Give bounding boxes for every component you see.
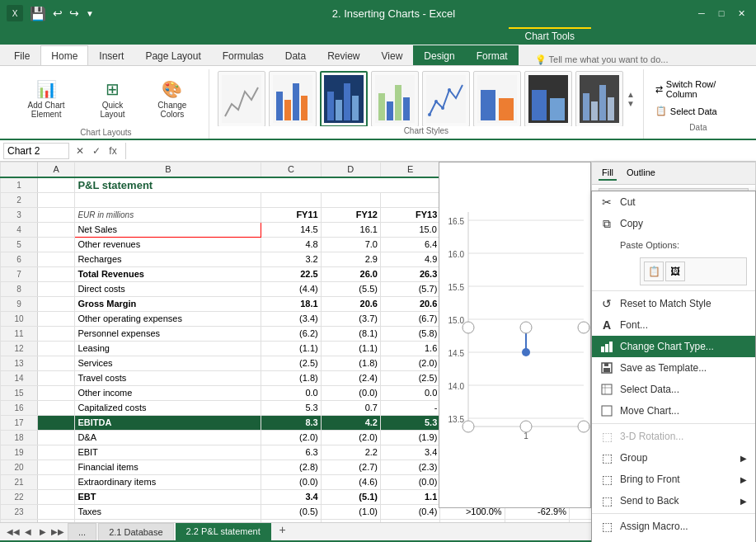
chart-style-2[interactable] bbox=[269, 71, 317, 126]
col-header-E[interactable]: E bbox=[380, 163, 439, 177]
redo-btn[interactable]: ↪ bbox=[69, 7, 79, 20]
sheet-nav-last[interactable]: ▶▶ bbox=[51, 526, 64, 539]
cell-C9[interactable]: 18.1 bbox=[261, 296, 321, 311]
cell-C14[interactable]: (1.8) bbox=[261, 370, 321, 385]
cell-E11[interactable]: (5.8) bbox=[380, 326, 439, 341]
cell-B5[interactable]: Other revenues bbox=[75, 237, 261, 252]
cell-C10[interactable]: (3.4) bbox=[261, 311, 321, 326]
maximize-btn[interactable]: □ bbox=[713, 5, 730, 21]
chart-style-1[interactable] bbox=[218, 71, 265, 126]
cell-E14[interactable]: (2.5) bbox=[380, 370, 439, 385]
cell-C19[interactable]: 6.3 bbox=[261, 445, 321, 460]
cell-D5[interactable]: 7.0 bbox=[321, 237, 380, 252]
format-tab-fill[interactable]: Fill bbox=[599, 166, 617, 181]
cell-A9[interactable] bbox=[38, 296, 75, 311]
format-tab-outline[interactable]: Outline bbox=[623, 166, 659, 181]
cell-C12[interactable]: (1.1) bbox=[261, 341, 321, 356]
cell-C11[interactable]: (6.2) bbox=[261, 326, 321, 341]
customize-btn[interactable]: ▼ bbox=[86, 9, 94, 18]
cell-C3[interactable]: FY11 bbox=[261, 207, 321, 222]
sheet-tab-database[interactable]: 2.1 Database bbox=[98, 523, 173, 540]
close-btn[interactable]: ✕ bbox=[733, 5, 749, 21]
tab-format[interactable]: Format bbox=[466, 45, 519, 65]
cell-C23[interactable]: (0.5) bbox=[261, 504, 321, 519]
cell-E21[interactable]: (0.0) bbox=[380, 474, 439, 489]
cell-D19[interactable]: 2.2 bbox=[321, 445, 380, 460]
formula-confirm-btn[interactable]: ✓ bbox=[89, 144, 104, 158]
cell-C7[interactable]: 22.5 bbox=[261, 266, 321, 281]
cell-A16[interactable] bbox=[38, 400, 75, 415]
cell-D6[interactable]: 2.9 bbox=[321, 252, 380, 266]
cell-C17[interactable]: 8.3 bbox=[261, 415, 321, 430]
cell-A14[interactable] bbox=[38, 370, 75, 385]
chart-style-6[interactable] bbox=[473, 71, 521, 126]
cell-B2[interactable] bbox=[75, 192, 261, 207]
cell-D2[interactable] bbox=[321, 192, 380, 207]
cell-E5[interactable]: 6.4 bbox=[380, 237, 439, 252]
cell-D16[interactable]: 0.7 bbox=[321, 400, 380, 415]
cell-D7[interactable]: 26.0 bbox=[321, 266, 380, 281]
cell-A12[interactable] bbox=[38, 341, 75, 356]
cell-B18[interactable]: D&A bbox=[75, 430, 261, 445]
cell-E7[interactable]: 26.3 bbox=[380, 266, 439, 281]
quick-save[interactable]: 💾 bbox=[30, 6, 46, 21]
formula-fx-btn[interactable]: fx bbox=[106, 144, 120, 158]
cell-E12[interactable]: 1.6 bbox=[380, 341, 439, 356]
cell-D8[interactable]: (5.5) bbox=[321, 281, 380, 296]
chart-styles-scroll[interactable]: ▲ ▼ bbox=[627, 90, 635, 108]
chart-style-5[interactable] bbox=[422, 71, 470, 126]
cell-D9[interactable]: 20.6 bbox=[321, 296, 380, 311]
cell-C4[interactable]: 14.5 bbox=[261, 222, 321, 237]
cell-D22[interactable]: (5.1) bbox=[321, 489, 380, 504]
tab-design[interactable]: Design bbox=[413, 45, 465, 65]
cell-C8[interactable]: (4.4) bbox=[261, 281, 321, 296]
cell-A21[interactable] bbox=[38, 474, 75, 489]
cell-D20[interactable]: (2.7) bbox=[321, 460, 380, 474]
cell-E8[interactable]: (5.7) bbox=[380, 281, 439, 296]
cell-A11[interactable] bbox=[38, 326, 75, 341]
paste-option-1[interactable]: 📋 bbox=[644, 262, 664, 281]
cell-B7[interactable]: Total Revenues bbox=[75, 266, 261, 281]
cell-A24[interactable] bbox=[38, 519, 75, 522]
cell-E4[interactable]: 15.0 bbox=[380, 222, 439, 237]
cell-E20[interactable]: (2.3) bbox=[380, 460, 439, 474]
cell-A22[interactable] bbox=[38, 489, 75, 504]
cell-D14[interactable]: (2.4) bbox=[321, 370, 380, 385]
context-menu-copy[interactable]: ⧉ Copy bbox=[592, 213, 755, 234]
cell-E13[interactable]: (2.0) bbox=[380, 356, 439, 370]
cell-C22[interactable]: 3.4 bbox=[261, 489, 321, 504]
cell-A7[interactable] bbox=[38, 266, 75, 281]
cell-A10[interactable] bbox=[38, 311, 75, 326]
cell-C21[interactable]: (0.0) bbox=[261, 474, 321, 489]
tab-home[interactable]: Home bbox=[40, 45, 88, 65]
cell-B6[interactable]: Recharges bbox=[75, 252, 261, 266]
tab-page-layout[interactable]: Page Layout bbox=[134, 45, 211, 65]
cell-A18[interactable] bbox=[38, 430, 75, 445]
cell-G24[interactable]: <-100.0% bbox=[505, 519, 569, 522]
chart-style-8[interactable] bbox=[575, 71, 623, 126]
context-menu-group[interactable]: ⬚ Group ▶ bbox=[592, 447, 755, 469]
sheet-nav-first[interactable]: ◀◀ bbox=[7, 526, 20, 539]
cell-B9[interactable]: Gross Margin bbox=[75, 296, 261, 311]
cell-E3[interactable]: FY13 bbox=[380, 207, 439, 222]
cell-C18[interactable]: (2.0) bbox=[261, 430, 321, 445]
cell-D15[interactable]: (0.0) bbox=[321, 385, 380, 400]
cell-B13[interactable]: Services bbox=[75, 356, 261, 370]
cell-D12[interactable]: (1.1) bbox=[321, 341, 380, 356]
cell-B24[interactable]: Net Income bbox=[75, 519, 261, 522]
cell-B23[interactable]: Taxes bbox=[75, 504, 261, 519]
cell-D4[interactable]: 16.1 bbox=[321, 222, 380, 237]
cell-B3[interactable]: EUR in millions bbox=[75, 207, 261, 222]
add-sheet-btn[interactable]: + bbox=[276, 523, 289, 536]
cell-A5[interactable] bbox=[38, 237, 75, 252]
add-chart-element-btn[interactable]: 📊 Add Chart Element bbox=[10, 76, 82, 122]
cell-A13[interactable] bbox=[38, 356, 75, 370]
chart-style-7[interactable] bbox=[524, 71, 572, 126]
cell-E2[interactable] bbox=[380, 192, 439, 207]
sheet-tab-pl-statement[interactable]: 2.2 P&L statement bbox=[176, 523, 271, 540]
context-menu-move-chart[interactable]: Move Chart... bbox=[592, 400, 755, 422]
context-menu-font[interactable]: A Font... bbox=[592, 314, 755, 336]
tab-review[interactable]: Review bbox=[317, 45, 370, 65]
cell-A23[interactable] bbox=[38, 504, 75, 519]
tab-formulas[interactable]: Formulas bbox=[212, 45, 275, 65]
